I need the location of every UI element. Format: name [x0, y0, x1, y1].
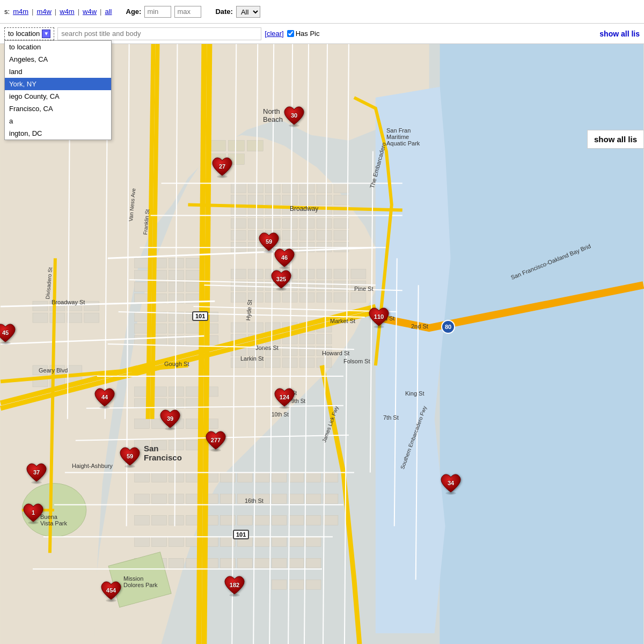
filter-w4w[interactable]: w4w	[83, 8, 97, 16]
svg-rect-214	[272, 537, 287, 546]
heart-marker[interactable]: 46	[273, 248, 296, 269]
svg-rect-216	[306, 537, 321, 546]
svg-rect-211	[272, 515, 287, 525]
date-select[interactable]: All	[236, 6, 260, 18]
heart-count-label: 30	[291, 112, 297, 119]
svg-rect-181	[135, 515, 150, 525]
dropdown-item[interactable]: land	[5, 65, 111, 78]
svg-rect-210	[306, 494, 321, 504]
location-select-button[interactable]: to location ▼	[4, 27, 54, 40]
heart-marker[interactable]: 110	[368, 307, 390, 328]
svg-rect-191	[169, 537, 184, 546]
location-dropdown-container: to location ▼ to locationAngeles, CAland…	[4, 27, 54, 40]
heart-marker[interactable]: 277	[204, 430, 227, 452]
heart-marker[interactable]: 325	[270, 269, 292, 291]
svg-rect-155	[135, 419, 150, 429]
search-text-input[interactable]	[57, 27, 261, 40]
heart-marker[interactable]: 1	[22, 503, 45, 524]
heart-marker[interactable]: 27	[211, 157, 233, 178]
svg-rect-172	[254, 473, 269, 482]
heart-marker[interactable]: 30	[283, 106, 305, 127]
age-min-input[interactable]	[144, 6, 171, 18]
dropdown-item[interactable]: York, NY	[5, 78, 111, 90]
filter-bar: s: m4m | m4w | w4m | w4w | all Age: Date…	[0, 0, 644, 24]
dropdown-item[interactable]: Angeles, CA	[5, 53, 111, 65]
svg-rect-11	[231, 184, 246, 193]
dropdown-item[interactable]: ington, DC	[5, 127, 111, 140]
heart-count-label: 124	[280, 394, 289, 400]
svg-rect-18	[282, 195, 297, 204]
svg-rect-30	[282, 230, 297, 240]
svg-rect-94	[317, 346, 332, 356]
date-label: Date:	[215, 8, 233, 16]
svg-rect-204	[254, 558, 269, 568]
heart-marker[interactable]: 34	[440, 473, 462, 495]
highway-101-north-badge: 101	[192, 311, 208, 321]
svg-rect-182	[152, 515, 167, 525]
heart-marker[interactable]: 44	[93, 387, 116, 409]
dropdown-item[interactable]: Francisco, CA	[5, 103, 111, 115]
heart-count-label: 59	[127, 453, 133, 459]
svg-rect-205	[272, 473, 287, 482]
show-all-section: show all lis	[599, 30, 640, 38]
svg-rect-37	[334, 184, 349, 193]
dropdown-arrow-icon: ▼	[42, 30, 50, 38]
svg-rect-161	[152, 441, 167, 450]
clear-link[interactable]: [clear]	[265, 30, 283, 38]
svg-rect-113	[135, 294, 150, 303]
show-all-text: show all lis	[594, 135, 637, 144]
svg-rect-180	[254, 494, 269, 504]
svg-rect-173	[135, 494, 150, 504]
section-label: s:	[4, 8, 10, 16]
svg-rect-209	[289, 494, 304, 504]
heart-count-label: 454	[106, 587, 116, 594]
has-pic-checkbox[interactable]	[287, 30, 294, 37]
svg-rect-215	[289, 537, 304, 546]
filter-w4m[interactable]: w4m	[60, 8, 74, 16]
heart-marker[interactable]: 37	[25, 463, 48, 484]
svg-rect-189	[135, 537, 150, 546]
filter-m4w[interactable]: m4w	[36, 8, 51, 16]
svg-rect-35	[299, 184, 314, 193]
heart-count-label: 110	[374, 313, 384, 320]
heart-marker[interactable]: 182	[223, 575, 246, 597]
heart-marker[interactable]: 39	[159, 409, 181, 430]
svg-rect-15	[231, 195, 246, 204]
has-pic-label[interactable]: Has Pic	[287, 30, 320, 38]
filter-m4m[interactable]: m4m	[13, 8, 28, 16]
show-all-listings[interactable]: show all lis	[587, 130, 644, 149]
heart-count-label: 46	[281, 254, 288, 261]
dropdown-item[interactable]: to location	[5, 41, 111, 53]
dropdown-item[interactable]: a	[5, 115, 111, 127]
svg-rect-59	[334, 269, 349, 279]
heart-marker[interactable]: 454	[100, 581, 122, 602]
heart-count-label: 1	[32, 509, 35, 516]
search-bar: to location ▼ to locationAngeles, CAland…	[0, 24, 644, 44]
svg-rect-139	[84, 313, 99, 323]
svg-rect-16	[248, 195, 263, 204]
svg-rect-179	[237, 494, 252, 504]
svg-rect-174	[152, 494, 167, 504]
age-max-input[interactable]	[174, 6, 201, 18]
svg-rect-187	[237, 515, 252, 525]
heart-marker[interactable]: 59	[119, 447, 141, 468]
dropdown-item[interactable]: iego County, CA	[5, 90, 111, 103]
svg-rect-217	[272, 558, 287, 568]
filter-all[interactable]: all	[105, 8, 112, 16]
svg-rect-220	[272, 580, 287, 589]
heart-marker[interactable]: 45	[0, 323, 17, 345]
svg-rect-48	[317, 230, 332, 240]
svg-rect-88	[317, 334, 332, 344]
svg-rect-148	[169, 387, 184, 397]
svg-rect-162	[169, 441, 184, 450]
svg-rect-183	[169, 515, 184, 525]
svg-rect-221	[289, 580, 304, 589]
heart-count-label: 59	[266, 238, 272, 245]
heart-count-label: 182	[230, 582, 239, 588]
svg-rect-27	[231, 230, 246, 240]
svg-rect-71	[265, 292, 280, 302]
heart-marker[interactable]: 124	[273, 387, 296, 409]
svg-rect-203	[237, 558, 252, 568]
show-all-link[interactable]: show all lis	[599, 30, 640, 38]
svg-rect-12	[248, 184, 263, 193]
